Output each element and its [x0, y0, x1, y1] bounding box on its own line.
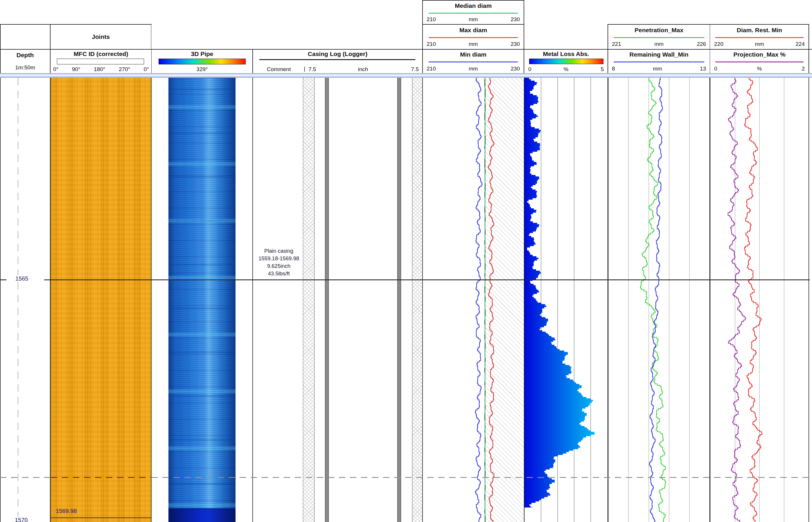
casing-annulus-hatch-right [412, 78, 423, 522]
min-diam-accent-line [429, 61, 518, 62]
header-divider [50, 24, 51, 73]
scale-right: 230 [510, 41, 520, 47]
scale-left: 8 [612, 65, 615, 72]
max-diam-scale: 210 mm 230 [423, 41, 524, 47]
header-divider [422, 24, 524, 25]
scale-right: 226 [697, 41, 706, 47]
event-dashed-line [0, 477, 51, 478]
pipe-colorbar [158, 59, 246, 64]
max-diam-accent-line [429, 37, 518, 38]
penetration-title: Penetration_Max [608, 27, 710, 34]
scale-right: 5 [601, 66, 604, 73]
header-divider [422, 0, 423, 73]
casing-annulus-hatch-left [303, 78, 314, 522]
track-border [710, 78, 710, 522]
nominal-diameter-line [485, 78, 486, 522]
curve-metal-loss-abs- [524, 78, 595, 507]
scale-left: 0 [528, 66, 531, 73]
scale-right: 224 [795, 41, 805, 47]
track-border [607, 78, 608, 522]
penetration-accent-line [614, 37, 704, 38]
metal-loss-colorbar [529, 59, 603, 64]
remaining-wall-title: Remaining Wall_Min [608, 51, 710, 58]
casing-scale-unit: inch [334, 66, 392, 73]
depth-column-dashed-line [18, 78, 18, 522]
mfc-id-image[interactable] [51, 78, 151, 522]
scale-unit: % [564, 66, 568, 73]
event-dashed-line-on-mfc [51, 477, 151, 478]
projection-scale: 0 % 2 [710, 65, 809, 72]
pipe-3d-image[interactable] [169, 78, 235, 508]
gridline [628, 78, 629, 522]
depth-label-1565: 1565 [15, 275, 29, 282]
track-border [252, 78, 253, 522]
mfc-tick: 0° [53, 66, 58, 73]
curve-min-diam [476, 78, 482, 522]
scale-unit: mm [654, 41, 663, 47]
comment-line: 43.5lbs/ft [255, 270, 303, 277]
depth-tick-1565 [0, 279, 6, 280]
median-diam-accent-line [429, 13, 518, 14]
projection-title: Projection_Max % [710, 51, 809, 58]
joints-header-box: Joints [50, 24, 151, 49]
projection-accent-line [715, 61, 804, 62]
gridline [649, 78, 649, 522]
scale-unit: % [757, 65, 762, 72]
penetration-scale: 221 mm 226 [608, 41, 710, 47]
joint-bottom-depth-label: 1569.98 [56, 508, 77, 515]
max-diam-title: Max diam [423, 27, 524, 34]
track-border [50, 78, 51, 522]
depth-scale-ratio: 1m:50m [0, 64, 50, 71]
mfc-tick: 0° [144, 66, 149, 73]
header-divider [252, 49, 253, 73]
min-diam-scale: 210 mm 230 [423, 65, 524, 72]
metal-loss-title: Metal Loss Abs. [524, 51, 608, 57]
casing-comment-block[interactable]: Plain casing 1559.18-1569.98 9.625inch 4… [255, 247, 303, 277]
event-dashed-line [151, 477, 812, 478]
scale-right: 2 [801, 65, 805, 72]
pipe-track-title: 3D Pipe [152, 51, 253, 57]
median-diam-title: Median diam [423, 2, 524, 9]
diam-rest-title: Diam. Rest. Min [710, 27, 809, 34]
median-diam-scale: 210 mm 230 [423, 16, 524, 23]
casing-scale-left: 7.5 [308, 66, 316, 73]
scale-unit: mm [469, 16, 478, 23]
casing-joint-boundary-line [51, 517, 151, 518]
track-border [422, 78, 423, 522]
scale-left: 210 [427, 65, 436, 72]
mfc-tick: 90° [72, 66, 80, 73]
gridline [541, 78, 541, 522]
pipe-3d-image-bottom-joint[interactable] [169, 508, 235, 522]
casing-inspection-log-viewer: Depth 1m:50m Joints MFC ID (corrected) 0… [0, 0, 812, 522]
depth-track-title: Depth [0, 52, 50, 59]
mfc-tick: 180° [94, 66, 105, 73]
metal-loss-scale: 0 % 5 [524, 66, 608, 73]
joints-header-label: Joints [92, 33, 110, 40]
casing-scale-tick: | [304, 65, 305, 72]
diam-rest-scale: 220 mm 224 [710, 41, 809, 47]
gridline [784, 78, 785, 522]
depth-label-1570: 1570 [14, 517, 29, 522]
diam-rest-accent-line [715, 37, 804, 38]
scale-unit: mm [469, 41, 478, 47]
remaining-wall-accent-line [614, 61, 704, 62]
header-divider [524, 0, 524, 73]
header-divider [0, 24, 1, 73]
casing-wall-left [325, 78, 329, 522]
header-divider [0, 24, 152, 25]
curve-remaining-wall-min [650, 78, 662, 522]
comment-line: 9.625inch [255, 262, 303, 270]
casing-scale-right: 7.5 [404, 66, 419, 73]
scale-right: 230 [510, 16, 520, 23]
scale-left: 0 [714, 65, 717, 72]
header-divider [607, 24, 809, 25]
casing-title-underline [259, 59, 415, 60]
track-border [524, 78, 524, 522]
track-border [809, 78, 809, 522]
scale-left: 210 [427, 41, 436, 47]
header-track-separator [0, 73, 812, 78]
scale-left: 210 [427, 16, 436, 23]
gridline [669, 78, 670, 522]
header-divider [607, 24, 608, 73]
scale-unit: mm [653, 65, 662, 72]
